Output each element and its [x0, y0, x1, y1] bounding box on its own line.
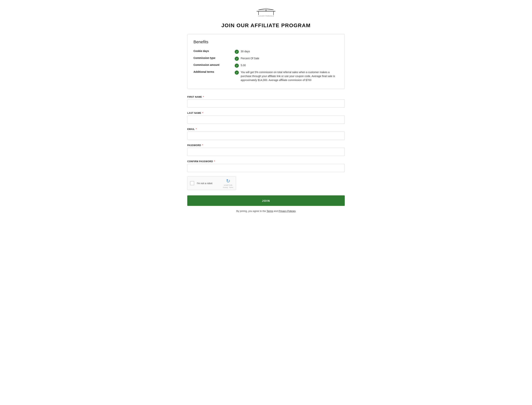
form-group-email: EMAIL * [187, 128, 345, 140]
label-password: PASSWORD * [187, 144, 345, 147]
header: LUXURY PERGOLA [187, 4, 345, 22]
benefits-label: Additional terms [194, 69, 235, 83]
svg-line-3 [258, 8, 266, 10]
check-icon: ✓ [235, 50, 239, 54]
required-star: * [202, 144, 203, 147]
svg-line-4 [266, 8, 274, 10]
benefits-value: ✓5.00 [235, 62, 338, 69]
input-confirm_password[interactable] [187, 164, 345, 172]
recaptcha-widget[interactable]: I'm not a robot ↻ reCAPTCHA Privacy · Te… [187, 176, 236, 190]
benefits-value: ✓You will get 5% commission on total ref… [235, 69, 338, 83]
benefits-card: Benefits Cookie days✓30 daysCommission t… [187, 34, 345, 89]
benefits-value-text: Percent Of Sale [241, 56, 259, 60]
benefits-label: Commission type [194, 55, 235, 62]
recaptcha-icon: ↻ [226, 178, 230, 184]
logo-icon: LUXURY PERGOLA [255, 7, 277, 17]
benefits-value-text: 5.00 [241, 63, 246, 67]
input-email[interactable] [187, 132, 345, 140]
form-group-first_name: FIRST NAME * [187, 96, 345, 108]
benefits-row: Commission type✓Percent Of Sale [194, 55, 338, 62]
logo: LUXURY PERGOLA [255, 7, 277, 17]
terms-link[interactable]: Terms [267, 210, 273, 212]
recaptcha-policy-links: Privacy · Terms [223, 187, 233, 189]
label-confirm_password: CONFIRM PASSWORD * [187, 160, 345, 163]
check-icon: ✓ [235, 64, 239, 68]
benefits-label: Commission amount [194, 62, 235, 69]
check-icon: ✓ [235, 70, 239, 75]
check-icon: ✓ [235, 57, 239, 61]
benefits-row: Additional terms✓You will get 5% commiss… [194, 69, 338, 83]
required-star: * [202, 96, 204, 98]
recaptcha-label: I'm not a robot [197, 182, 220, 185]
label-last_name: LAST NAME * [187, 112, 345, 114]
recaptcha-logo: ↻ reCAPTCHA Privacy · Terms [223, 178, 233, 188]
privacy-link[interactable]: Privacy Policies [279, 210, 296, 212]
benefits-value: ✓30 days [235, 48, 338, 55]
benefits-value: ✓Percent Of Sale [235, 55, 338, 62]
label-first_name: FIRST NAME * [187, 96, 345, 98]
form-group-confirm_password: CONFIRM PASSWORD * [187, 160, 345, 172]
input-last_name[interactable] [187, 115, 345, 124]
svg-text:LUXURY PERGOLA: LUXURY PERGOLA [258, 15, 274, 17]
label-email: EMAIL * [187, 128, 345, 130]
input-password[interactable] [187, 148, 345, 156]
benefits-table: Cookie days✓30 daysCommission type✓Perce… [194, 48, 338, 83]
required-star: * [195, 128, 197, 130]
footer-and: and [273, 210, 279, 212]
form-group-password: PASSWORD * [187, 144, 345, 156]
page-title: JOIN OUR AFFILIATE PROGRAM [187, 22, 345, 28]
benefits-row: Commission amount✓5.00 [194, 62, 338, 69]
form-group-last_name: LAST NAME * [187, 112, 345, 124]
required-star: * [213, 160, 215, 163]
benefits-label: Cookie days [194, 48, 235, 55]
benefits-title: Benefits [194, 40, 338, 44]
benefits-value-text: 30 days [241, 49, 250, 54]
required-star: * [202, 112, 203, 114]
registration-form: FIRST NAME *LAST NAME *EMAIL *PASSWORD *… [187, 96, 345, 212]
benefits-row: Cookie days✓30 days [194, 48, 338, 55]
recaptcha-brand: reCAPTCHA [224, 184, 232, 186]
footer-text-before: By joining, you agree to the [236, 210, 267, 212]
footer-note: By joining, you agree to the Terms and P… [187, 210, 345, 212]
join-button[interactable]: JOIN [187, 195, 345, 206]
benefits-value-text: You will get 5% commission on total refe… [241, 70, 338, 82]
input-first_name[interactable] [187, 99, 345, 108]
recaptcha-checkbox[interactable] [190, 181, 194, 185]
